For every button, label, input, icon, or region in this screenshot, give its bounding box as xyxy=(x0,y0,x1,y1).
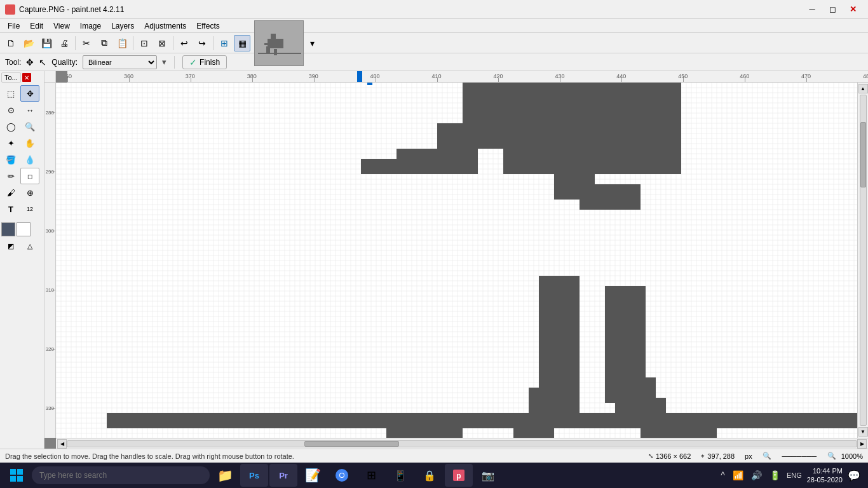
tray-battery[interactable]: 🔋 xyxy=(768,469,782,482)
ruler-position-indicator xyxy=(367,83,372,85)
menu-adjustments[interactable]: Adjustments xyxy=(139,20,191,32)
status-message: Drag the selection to move. Drag the han… xyxy=(5,452,638,460)
minimize-button[interactable]: ─ xyxy=(802,1,822,18)
open-button[interactable]: 📂 xyxy=(20,35,37,51)
scroll-up-button[interactable]: ▲ xyxy=(858,84,868,93)
save-button[interactable]: 💾 xyxy=(38,35,55,51)
thumbnail-dropdown[interactable]: ▾ xyxy=(254,20,320,66)
taskbar-chrome[interactable] xyxy=(328,464,356,487)
taskbar-camera[interactable]: 📷 xyxy=(474,464,502,487)
finish-button[interactable]: ✓ Finish xyxy=(182,55,227,69)
toolbar-sep3 xyxy=(173,36,173,50)
move-tool[interactable]: ✥ xyxy=(20,85,39,102)
taskbar-phone-link[interactable]: 📱 xyxy=(386,464,414,487)
menu-bar: File Edit View Image Layers Adjustments … xyxy=(0,19,868,33)
tool-row-8: T 12 xyxy=(1,201,43,217)
cut-button[interactable]: ✂ xyxy=(78,35,95,51)
zoom-minus[interactable]: 🔍 xyxy=(763,452,771,460)
shapes-tool[interactable]: △ xyxy=(20,238,39,254)
scroll-down-button[interactable]: ▼ xyxy=(858,427,868,437)
windows-logo-icon xyxy=(10,469,23,482)
v-scrollbar-thumb[interactable] xyxy=(860,122,866,188)
taskbar-vpn[interactable]: 🔒 xyxy=(416,464,444,487)
tray-language[interactable]: ENG xyxy=(787,471,802,479)
taskbar-sticky-notes[interactable]: 📝 xyxy=(299,464,327,487)
pencil-tool[interactable]: ✏ xyxy=(1,168,20,184)
start-button[interactable] xyxy=(3,464,31,487)
restore-button[interactable]: ◻ xyxy=(822,1,843,18)
cursor-icon: ⌖ xyxy=(701,452,705,460)
clock-date: 28-05-2020 xyxy=(807,475,843,484)
taskbar-task-view[interactable]: ⊞ xyxy=(357,464,385,487)
new-button[interactable]: 🗋 xyxy=(3,35,19,51)
rectangle-select-tool[interactable]: ⬚ xyxy=(1,85,20,102)
window-controls: ─ ◻ ✕ xyxy=(802,1,863,18)
undo-button[interactable]: ↩ xyxy=(176,35,193,51)
menu-edit[interactable]: Edit xyxy=(25,20,48,32)
menu-layers[interactable]: Layers xyxy=(106,20,139,32)
toolbox-close-button[interactable]: ✕ xyxy=(22,73,31,82)
thumbnail-arrow[interactable]: ▾ xyxy=(304,35,320,51)
menu-view[interactable]: View xyxy=(48,20,75,32)
paint-bucket-tool[interactable]: 🪣 xyxy=(1,151,20,168)
tray-network[interactable]: 📶 xyxy=(731,469,745,482)
scroll-right-button[interactable]: ▶ xyxy=(857,439,867,449)
primary-color[interactable] xyxy=(1,222,15,236)
taskbar-premiere[interactable]: Pr xyxy=(269,464,297,487)
taskbar-file-explorer[interactable]: 📁 xyxy=(211,464,239,487)
paintnet-icon xyxy=(5,4,15,15)
menu-effects[interactable]: Effects xyxy=(191,20,224,32)
grid2-button[interactable]: ▦ xyxy=(234,35,250,51)
chrome-icon xyxy=(335,468,349,482)
tool-row-9 xyxy=(1,220,43,236)
status-coordinates: ⌖ 397, 288 xyxy=(701,452,735,460)
scroll-left-button[interactable]: ◀ xyxy=(57,439,67,449)
secondary-color[interactable] xyxy=(17,222,31,236)
lasso-select-tool[interactable]: ⊙ xyxy=(1,102,20,118)
menu-image[interactable]: Image xyxy=(75,20,106,32)
pixel-art-canvas[interactable] xyxy=(56,83,857,438)
h-scrollbar-thumb[interactable] xyxy=(304,441,399,447)
toolbox-to-label: To... xyxy=(1,72,21,83)
gradient-tool[interactable]: ◩ xyxy=(1,238,20,254)
move-selection-tool[interactable]: ↔ xyxy=(20,102,39,118)
crop-button[interactable]: ⊡ xyxy=(136,35,153,51)
taskbar-paintnet[interactable]: p xyxy=(445,464,473,487)
canvas-scroll-area[interactable] xyxy=(56,83,857,438)
close-button[interactable]: ✕ xyxy=(843,1,863,18)
color-picker-tool[interactable]: 💧 xyxy=(20,151,39,168)
eraser-tool[interactable]: ◻ xyxy=(20,168,39,184)
copy-button[interactable]: ⧉ xyxy=(96,35,112,51)
tray-volume[interactable]: 🔊 xyxy=(750,469,763,482)
taskbar-photoshop[interactable]: Ps xyxy=(240,464,268,487)
zoom-slider[interactable]: ─────── xyxy=(774,452,825,460)
title-bar-left: Capture.PNG - paint.net 4.2.11 xyxy=(5,4,124,15)
search-input[interactable] xyxy=(32,466,210,484)
deselect-button[interactable]: ⊠ xyxy=(154,35,170,51)
redo-button[interactable]: ↪ xyxy=(194,35,210,51)
clock[interactable]: 10:44 PM 28-05-2020 xyxy=(807,466,843,485)
status-dimensions: ⤡ 1366 × 662 xyxy=(648,452,691,460)
menu-file[interactable]: File xyxy=(3,20,25,32)
magic-wand-tool[interactable]: ✦ xyxy=(1,135,20,151)
clone-stamp-tool[interactable]: ⊕ xyxy=(20,184,39,201)
print-button[interactable]: 🖨 xyxy=(56,35,72,51)
zoom-plus[interactable]: 🔍 xyxy=(827,452,836,460)
ellipse-select-tool[interactable]: ◯ xyxy=(1,118,20,135)
coordinates-text: 397, 288 xyxy=(707,452,735,460)
pan-tool[interactable]: ✋ xyxy=(20,135,39,151)
tray-show-hidden[interactable]: ^ xyxy=(719,469,726,482)
tool-arrow-icon: ↖ xyxy=(39,57,46,67)
paste-button[interactable]: 📋 xyxy=(114,35,130,51)
text-tool[interactable]: T xyxy=(1,201,20,217)
notification-button[interactable]: 💬 xyxy=(848,470,860,482)
paintbrush-tool[interactable]: 🖌 xyxy=(1,184,20,201)
quality-select[interactable]: Nearest Neighbor Bilinear Bicubic xyxy=(83,55,157,69)
vertical-scrollbar: ▲ ▼ xyxy=(857,83,868,438)
finish-label: Finish xyxy=(200,58,220,67)
zoom-tool[interactable]: 🔍 xyxy=(20,118,39,135)
recolor-tool[interactable]: 12 xyxy=(20,201,39,217)
quality-label: Quality: xyxy=(51,58,78,67)
grid1-button[interactable]: ⊞ xyxy=(216,35,233,51)
toolbox-header: To... ✕ xyxy=(1,72,43,83)
